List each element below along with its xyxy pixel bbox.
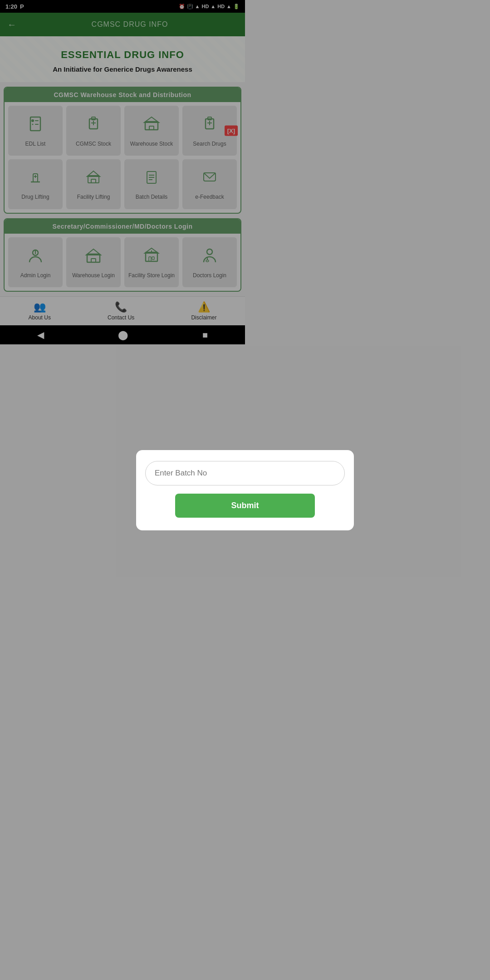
modal-overlay: Submit bbox=[0, 0, 245, 490]
batch-modal: Submit bbox=[136, 450, 245, 490]
batch-no-input[interactable] bbox=[145, 461, 245, 485]
